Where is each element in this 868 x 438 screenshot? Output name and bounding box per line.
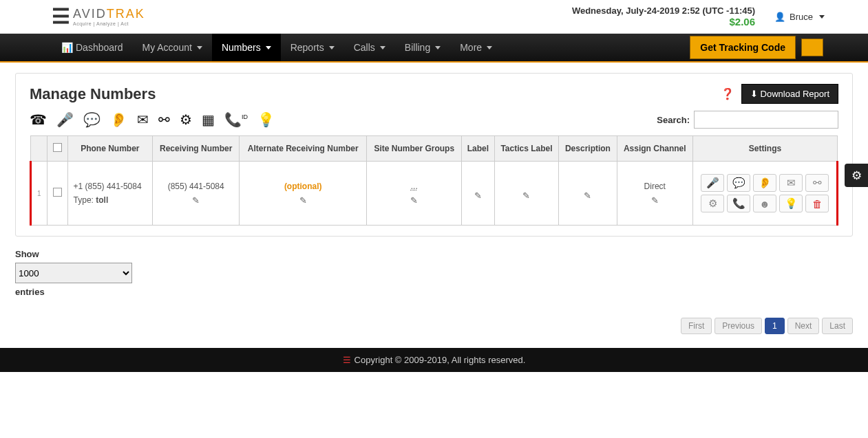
chevron-down-icon — [819, 15, 825, 19]
user-menu[interactable]: 👤 Bruce — [769, 8, 830, 25]
pager-first[interactable]: First — [681, 318, 712, 334]
gear-icon[interactable]: ⚙ — [701, 195, 724, 212]
col-tactics[interactable]: Tactics Label — [494, 136, 559, 162]
cell-label: ✎ — [462, 162, 494, 226]
datetime: Wednesday, July-24-2019 2:52 (UTC -11:45… — [572, 6, 755, 16]
logo-mark: ☰ — [52, 6, 70, 27]
chevron-down-icon — [487, 46, 492, 50]
chevron-down-icon — [266, 46, 271, 50]
edit-icon[interactable]: ✎ — [500, 190, 553, 201]
col-channel[interactable]: Assign Channel — [617, 136, 692, 162]
user-name: Bruce — [790, 12, 813, 22]
chevron-down-icon — [197, 46, 202, 50]
show-label: Show — [15, 249, 853, 259]
ear-icon[interactable]: 👂 — [110, 111, 127, 128]
caller-id-icon[interactable]: 📞ID — [224, 111, 248, 128]
cell-description: ✎ — [559, 162, 617, 226]
table-row: 1 +1 (855) 441-5084 Type: toll (855) 441… — [31, 162, 838, 226]
edit-icon[interactable]: ✎ — [623, 195, 687, 206]
page-title: Manage Numbers — [30, 85, 156, 103]
nav-billing[interactable]: Billing — [395, 34, 450, 61]
col-label[interactable]: Label — [462, 136, 494, 162]
footer: ☰Copyright © 2009-2019, All rights reser… — [0, 348, 868, 372]
balance: $2.06 — [572, 16, 755, 28]
settings-flyout-button[interactable]: ⚙ — [845, 164, 868, 187]
nav-more[interactable]: More — [450, 34, 502, 61]
bulb-icon[interactable]: 💡 — [257, 111, 275, 128]
entries-select[interactable]: 1000 — [15, 263, 132, 283]
nav-calls[interactable]: Calls — [344, 34, 395, 61]
col-groups[interactable]: Site Number Groups — [367, 136, 462, 162]
topbar: ☰ AVIDTRAK Acquire | Analyze | Act Wedne… — [0, 0, 868, 34]
navbar: 📊 Dashboard My Account Numbers Reports C… — [0, 34, 868, 63]
mail-icon[interactable]: ✉ — [779, 174, 803, 192]
mic-icon[interactable]: 🎤 — [701, 174, 724, 192]
mail-icon[interactable]: ✉ — [137, 111, 149, 128]
col-description[interactable]: Description — [559, 136, 617, 162]
ear-icon[interactable]: 👂 — [753, 174, 776, 192]
chevron-down-icon — [329, 46, 335, 50]
chevron-down-icon — [435, 46, 441, 50]
entries-label: entries — [15, 287, 853, 297]
logo[interactable]: ☰ AVIDTRAK Acquire | Analyze | Act — [52, 6, 145, 27]
cell-channel: Direct ✎ — [617, 162, 692, 226]
nav-numbers[interactable]: Numbers — [212, 34, 281, 61]
col-checkbox[interactable] — [47, 136, 67, 162]
search-label: Search: — [657, 115, 690, 125]
caller-id-icon[interactable]: 📞 — [727, 195, 750, 212]
cell-settings: 🎤 💬 👂 ✉ ⚯ ⚙ 📞 ☻ 💡 🗑 — [693, 162, 838, 226]
edit-icon[interactable]: ✎ — [564, 190, 611, 201]
chat-icon[interactable]: 💬 — [83, 111, 100, 128]
nav-dashboard[interactable]: 📊 Dashboard — [52, 34, 133, 61]
row-checkbox-cell — [47, 162, 67, 226]
gear-icon[interactable]: ⚙ — [180, 111, 192, 128]
nav-reports[interactable]: Reports — [281, 34, 344, 61]
edit-icon[interactable]: ✎ — [158, 195, 233, 206]
cell-phone: +1 (855) 441-5084 Type: toll — [67, 162, 153, 226]
dashboard-icon: 📊 — [61, 42, 73, 53]
col-index — [31, 136, 47, 162]
row-index: 1 — [31, 162, 47, 226]
edit-icon[interactable]: ✎ — [467, 190, 488, 201]
folder-icon[interactable] — [801, 39, 823, 56]
voicemail-icon[interactable]: ⚯ — [158, 111, 170, 128]
search-input[interactable] — [694, 111, 838, 129]
mic-icon[interactable]: 🎤 — [56, 111, 74, 128]
numbers-table: Phone Number Receiving Number Alternate … — [30, 135, 838, 226]
grid-icon[interactable]: ▦ — [202, 111, 215, 128]
checkbox-all[interactable] — [53, 143, 62, 152]
datetime-block: Wednesday, July-24-2019 2:52 (UTC -11:45… — [572, 6, 755, 28]
phone-value: +1 (855) 441-5084 — [74, 182, 147, 191]
nav-my-account[interactable]: My Account — [133, 34, 212, 61]
logo-tagline: Acquire | Analyze | Act — [73, 21, 145, 26]
cell-receiving: (855) 441-5084 ✎ — [153, 162, 240, 226]
logo-text: AVIDTRAK — [73, 7, 145, 21]
pager-last[interactable]: Last — [822, 318, 853, 334]
delete-icon[interactable]: 🗑 — [805, 195, 829, 212]
pager: First Previous 1 Next Last — [0, 318, 868, 348]
edit-icon[interactable]: ✎ — [372, 195, 456, 206]
row-checkbox[interactable] — [53, 188, 62, 197]
help-icon[interactable]: ❓ — [721, 87, 734, 100]
phone-icon[interactable]: ☎ — [30, 111, 47, 128]
pager-next[interactable]: Next — [787, 318, 820, 334]
get-tracking-code-button[interactable]: Get Tracking Code — [690, 36, 796, 59]
pager-prev[interactable]: Previous — [714, 318, 762, 334]
col-receiving[interactable]: Receiving Number — [153, 136, 240, 162]
col-phone[interactable]: Phone Number — [67, 136, 153, 162]
content-panel: Manage Numbers ❓ ⬇ Download Report ☎ 🎤 💬… — [15, 73, 853, 237]
toolbar: ☎ 🎤 💬 👂 ✉ ⚯ ⚙ ▦ 📞ID 💡 — [30, 111, 275, 128]
download-report-button[interactable]: ⬇ Download Report — [741, 84, 838, 104]
voicemail-icon[interactable]: ⚯ — [805, 174, 829, 192]
col-alternate[interactable]: Alternate Receiving Number — [240, 136, 367, 162]
robot-icon[interactable]: ☻ — [753, 195, 776, 212]
bars-icon: ☰ — [343, 355, 351, 365]
bulb-icon[interactable]: 💡 — [779, 195, 803, 212]
chat-icon[interactable]: 💬 — [727, 174, 750, 192]
col-settings: Settings — [693, 136, 838, 162]
cell-tactics: ✎ — [494, 162, 559, 226]
cell-alternate: (optional) ✎ — [240, 162, 367, 226]
edit-icon[interactable]: ✎ — [245, 195, 361, 206]
pager-page-1[interactable]: 1 — [765, 318, 785, 334]
cell-groups: ... ✎ — [367, 162, 462, 226]
